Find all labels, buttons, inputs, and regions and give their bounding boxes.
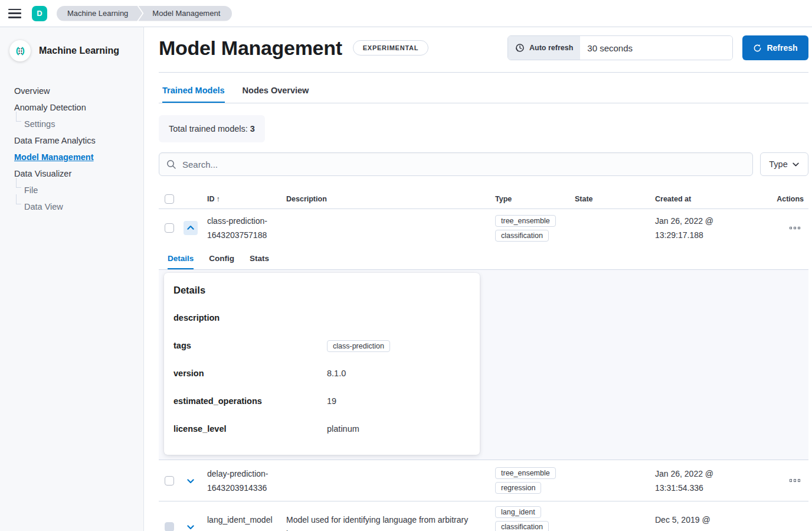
expanded-row-tabs: Details Config Stats (159, 247, 808, 269)
clock-refresh-icon (515, 43, 525, 53)
breadcrumb-machine-learning[interactable]: Machine Learning (57, 6, 142, 21)
sidebar-nav: Overview Anomaly Detection Settings Data… (0, 83, 143, 215)
sidebar-item-data-visualizer[interactable]: Data Visualizer (14, 165, 143, 182)
type-badge: classification (495, 521, 549, 531)
auto-refresh-control: Auto refresh (508, 35, 733, 60)
row-checkbox[interactable] (165, 476, 174, 486)
model-created-at: Jan 26, 2022 @ 13:29:17.188 (655, 214, 727, 242)
search-input[interactable] (182, 159, 745, 170)
type-filter-button[interactable]: Type (760, 152, 808, 176)
type-badge: lang_ident (495, 506, 541, 518)
model-description: Model used for identifying language from… (286, 513, 495, 531)
sidebar: Machine Learning Overview Anomaly Detect… (0, 27, 144, 531)
type-badge: tree_ensemble (495, 215, 556, 227)
column-header-created-at[interactable]: Created at (655, 195, 767, 203)
field-label-description: description (173, 313, 327, 322)
total-models-panel: Total trained models: 3 (159, 115, 265, 142)
chevron-down-icon (186, 523, 195, 531)
sort-ascending-icon: ↑ (217, 195, 220, 203)
auto-refresh-label: Auto refresh (529, 44, 573, 52)
chevron-down-icon (792, 161, 800, 168)
chevron-up-icon (186, 224, 195, 232)
expanded-row-content: Details description tags class-predictio… (159, 269, 808, 460)
row-checkbox[interactable] (165, 223, 174, 233)
column-header-state[interactable]: State (575, 195, 655, 203)
model-id: lang_ident_model_1 (207, 513, 286, 531)
sidebar-title: Machine Learning (39, 45, 119, 56)
row-actions-icon[interactable] (790, 227, 809, 230)
model-type-badges: tree_ensemble classification (495, 215, 575, 242)
breadcrumb: Machine Learning Model Management (57, 6, 232, 21)
field-value-estimated-operations: 19 (327, 396, 470, 406)
menu-icon[interactable] (8, 9, 21, 18)
tab-nodes-overview[interactable]: Nodes Overview (243, 86, 309, 103)
field-label-tags: tags (173, 341, 327, 350)
sidebar-item-data-view[interactable]: Data View (14, 198, 143, 215)
refresh-interval-input[interactable] (580, 36, 732, 60)
tab-stats[interactable]: Stats (250, 254, 269, 269)
sidebar-item-file[interactable]: File (14, 182, 143, 198)
column-header-actions: Actions (777, 195, 808, 203)
sidebar-item-settings[interactable]: Settings (14, 116, 143, 132)
model-type-badges: lang_ident classification built-in (495, 506, 575, 531)
collapse-row-button[interactable] (184, 221, 198, 235)
field-value-license-level: platinum (327, 424, 470, 434)
refresh-icon (753, 44, 762, 53)
details-panel: Details description tags class-predictio… (164, 273, 480, 455)
row-actions-icon[interactable] (790, 479, 809, 482)
field-value-version: 8.1.0 (327, 369, 470, 378)
sidebar-item-data-frame-analytics[interactable]: Data Frame Analytics (14, 132, 143, 149)
model-id: class-prediction-1643203757188 (207, 214, 286, 242)
search-icon (166, 159, 176, 170)
type-badge: classification (495, 230, 549, 242)
top-navigation-bar: D Machine Learning Model Management (0, 0, 812, 27)
expand-row-button[interactable] (184, 474, 198, 488)
column-header-id[interactable]: ID↑ (207, 195, 286, 203)
sidebar-item-model-management[interactable]: Model Management (14, 149, 143, 165)
machine-learning-app-icon (9, 40, 31, 61)
column-header-description[interactable]: Description (286, 195, 495, 203)
type-badge: regression (495, 482, 541, 494)
tag-badge: class-prediction (327, 340, 390, 352)
page-tabs: Trained Models Nodes Overview (159, 86, 808, 103)
sidebar-item-overview[interactable]: Overview (14, 83, 143, 99)
table-row: lang_ident_model_1 Model used for identi… (159, 501, 808, 531)
space-avatar[interactable]: D (32, 6, 47, 21)
table-row: delay-prediction-1643203914336 tree_ense… (159, 460, 808, 501)
expand-row-button[interactable] (184, 520, 198, 531)
search-box (159, 152, 753, 176)
field-label-license-level: license_level (173, 424, 327, 434)
field-label-estimated-operations: estimated_operations (173, 396, 327, 406)
column-header-type[interactable]: Type (495, 195, 575, 203)
table-row: class-prediction-1643203757188 tree_ense… (159, 209, 808, 247)
page-title: Model Management (159, 37, 342, 60)
chevron-down-icon (186, 477, 195, 485)
model-type-badges: tree_ensemble regression (495, 467, 575, 494)
tab-details[interactable]: Details (168, 254, 194, 269)
select-all-checkbox[interactable] (165, 194, 174, 204)
row-checkbox-disabled (165, 522, 174, 531)
auto-refresh-toggle[interactable]: Auto refresh (508, 36, 580, 60)
field-label-version: version (173, 369, 327, 378)
details-panel-title: Details (173, 285, 470, 296)
refresh-button[interactable]: Refresh (742, 35, 808, 60)
table-header: ID↑ Description Type State Created at Ac… (159, 189, 808, 209)
tab-config[interactable]: Config (209, 254, 234, 269)
model-id: delay-prediction-1643203914336 (207, 467, 286, 495)
model-created-at: Dec 5, 2019 @ 12:28:34.594 (655, 513, 727, 531)
sidebar-item-anomaly-detection[interactable]: Anomaly Detection (14, 99, 143, 116)
experimental-badge: EXPERIMENTAL (353, 40, 429, 56)
model-created-at: Jan 26, 2022 @ 13:31:54.336 (655, 467, 727, 495)
main-content: Model Management EXPERIMENTAL Auto refre… (145, 27, 812, 531)
breadcrumb-model-management: Model Management (138, 6, 232, 21)
total-models-count: 3 (250, 124, 255, 133)
tab-trained-models[interactable]: Trained Models (162, 86, 225, 103)
type-badge: tree_ensemble (495, 467, 556, 479)
